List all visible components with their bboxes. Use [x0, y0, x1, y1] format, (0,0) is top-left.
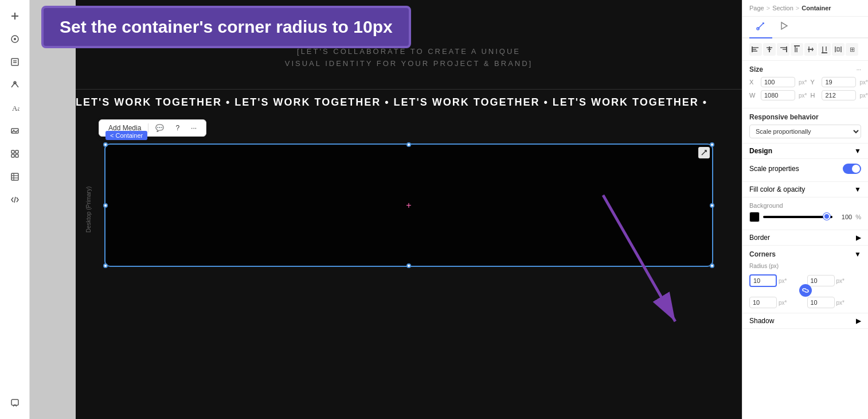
corner-top-left-wrap: px*: [749, 273, 804, 289]
sidebar-text-icon[interactable]: Aa: [5, 98, 25, 118]
corner-br-unit: px*: [836, 300, 844, 306]
design-title: Design: [749, 147, 772, 155]
svg-rect-11: [11, 150, 14, 153]
help-btn[interactable]: ?: [171, 122, 184, 134]
x-input[interactable]: [761, 77, 795, 87]
background-section: Background %: [742, 197, 868, 230]
h-input[interactable]: [822, 90, 856, 100]
align-left-btn[interactable]: [749, 43, 762, 56]
distribute-v-btn[interactable]: ⊞: [846, 43, 858, 56]
corner-bottom-left-input[interactable]: [749, 297, 777, 308]
more-btn[interactable]: ···: [186, 122, 201, 134]
desktop-label: Desktop (Primary): [85, 187, 92, 233]
sidebar-widgets-icon[interactable]: [5, 143, 25, 164]
sidebar-table-icon[interactable]: [5, 166, 25, 187]
tab-actions[interactable]: [772, 17, 795, 38]
opacity-input[interactable]: [836, 214, 852, 220]
handle-bottom-left[interactable]: [103, 263, 108, 268]
x-unit: px*: [799, 79, 807, 86]
marquee-strip: LET'S WORK TOGETHER • LET'S WORK TOGETHE…: [76, 89, 742, 115]
canvas-top-text: [LET'S COLLABORATE TO CREATE A UNIQUE VI…: [76, 46, 742, 70]
fill-expand: ▼: [854, 185, 861, 193]
w-unit: px*: [799, 92, 807, 99]
sidebar-pages-icon[interactable]: [5, 52, 25, 72]
design-section-header[interactable]: Design ▼: [742, 143, 868, 159]
border-expand: ▶: [856, 234, 861, 242]
corners-grid: px* px* px* px*: [749, 273, 861, 308]
align-center-h-btn[interactable]: [763, 43, 776, 56]
shadow-section-header[interactable]: Shadow ▶: [742, 313, 868, 329]
align-right-btn[interactable]: [777, 43, 789, 56]
svg-line-19: [14, 197, 15, 203]
w-input[interactable]: [761, 90, 795, 100]
fill-title: Fill color & opacity: [749, 185, 805, 193]
svg-rect-15: [11, 173, 18, 180]
distribute-h-btn[interactable]: [832, 43, 844, 56]
size-section: Size ··· X px* Y px* W px* H px*: [742, 61, 868, 108]
corner-top-left-input[interactable]: [749, 274, 777, 287]
handle-middle-left[interactable]: [103, 203, 108, 208]
align-middle-v-btn[interactable]: [804, 43, 817, 56]
breadcrumb-sep1: >: [767, 5, 770, 11]
background-color-swatch[interactable]: [749, 212, 760, 222]
sidebar-media-icon[interactable]: [5, 121, 25, 141]
align-top-btn[interactable]: [791, 43, 803, 56]
breadcrumb-section[interactable]: Section: [772, 5, 793, 11]
handle-top-left[interactable]: [103, 142, 108, 147]
center-cross: +: [406, 200, 411, 211]
breadcrumb-container[interactable]: Container: [801, 5, 831, 11]
corners-expand: ▼: [854, 250, 861, 258]
panel-tabs: [742, 17, 868, 38]
resize-icon[interactable]: [698, 147, 710, 158]
size-section-dots[interactable]: ···: [857, 67, 861, 73]
h-unit: px*: [859, 92, 867, 99]
handle-middle-right[interactable]: [710, 203, 714, 208]
opacity-slider[interactable]: [763, 216, 832, 218]
handle-top-right[interactable]: [710, 142, 714, 147]
y-label: Y: [810, 79, 818, 86]
responsive-select[interactable]: Scale proportionally: [749, 125, 861, 138]
x-label: X: [749, 79, 757, 86]
sidebar-assets-icon[interactable]: [5, 75, 25, 95]
svg-point-3: [14, 38, 16, 40]
handle-bottom-middle[interactable]: [406, 263, 411, 268]
breadcrumb: Page > Section > Container: [742, 0, 868, 17]
background-label: Background: [749, 202, 861, 209]
h-label: H: [810, 92, 818, 99]
corners-title: Corners: [749, 250, 776, 258]
breadcrumb-sep2: >: [796, 5, 799, 11]
svg-rect-13: [11, 154, 14, 157]
border-section-header[interactable]: Border ▶: [742, 230, 868, 246]
selected-container[interactable]: < Container +: [104, 143, 713, 267]
breadcrumb-page[interactable]: Page: [749, 5, 764, 11]
responsive-section: Responsive behavior Scale proportionally: [742, 108, 868, 143]
handle-bottom-right[interactable]: [710, 263, 714, 268]
corner-bottom-right-input[interactable]: [807, 297, 835, 308]
border-title: Border: [749, 234, 770, 242]
corner-tr-unit: px*: [836, 278, 844, 284]
sidebar-add-icon[interactable]: [5, 6, 25, 26]
opacity-unit: %: [855, 214, 861, 220]
svg-rect-4: [11, 59, 18, 65]
comment-btn[interactable]: 💬: [151, 122, 169, 134]
corner-bl-unit: px*: [779, 300, 787, 306]
scale-properties-toggle[interactable]: [843, 164, 861, 174]
tab-style[interactable]: [749, 17, 772, 38]
sidebar-layers-icon[interactable]: [5, 29, 25, 49]
handle-top-middle[interactable]: [406, 142, 411, 147]
align-bottom-btn[interactable]: [818, 43, 831, 56]
y-input[interactable]: [822, 77, 856, 87]
sidebar-code-icon[interactable]: [5, 189, 25, 210]
corners-section: Corners ▼ Radius (px) px* px*: [742, 246, 868, 313]
sidebar-comments-icon[interactable]: [5, 393, 25, 413]
responsive-title: Responsive behavior: [749, 113, 819, 121]
fill-section-header[interactable]: Fill color & opacity ▼: [742, 182, 868, 197]
shadow-title: Shadow: [749, 317, 774, 325]
main-area: Last saved 1 minute ago Set the containe…: [30, 0, 742, 419]
corner-top-right-wrap: px*: [807, 273, 862, 289]
y-unit: px*: [859, 79, 867, 86]
corner-top-right-input[interactable]: [807, 275, 835, 286]
link-corners-btn[interactable]: [799, 284, 812, 297]
instruction-banner: Set the container's corner radius to 10p…: [41, 6, 411, 48]
w-label: W: [749, 92, 757, 99]
